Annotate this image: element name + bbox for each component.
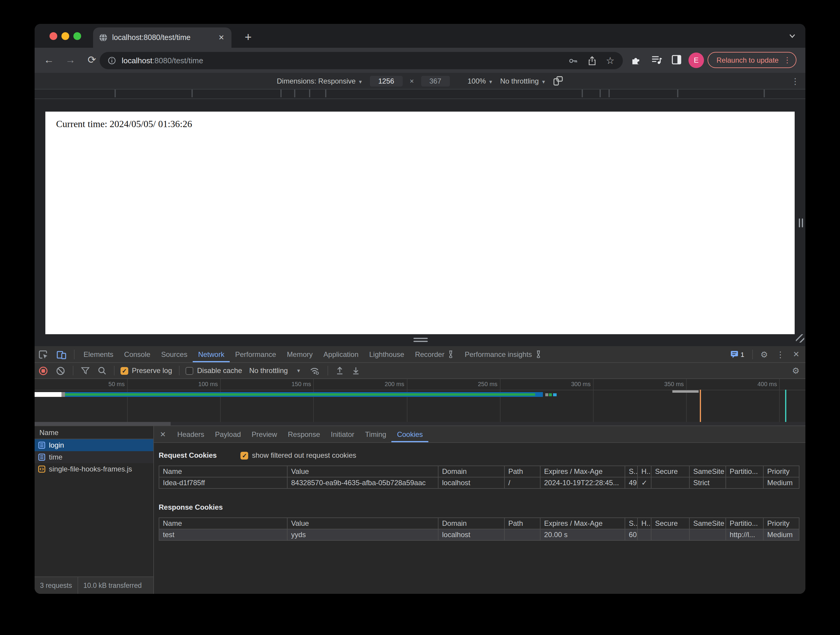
table-header-row: NameValueDomainPathExpires / Max-AgeS..H…	[159, 466, 799, 477]
waterfall-fragment	[549, 393, 552, 396]
zoom-dropdown[interactable]: 100%▼	[467, 77, 493, 85]
reload-button[interactable]: ⟳	[85, 54, 99, 67]
share-icon[interactable]	[587, 56, 596, 65]
rotate-viewport-icon[interactable]	[553, 76, 563, 86]
clear-network-log-icon[interactable]	[52, 363, 69, 378]
page-content-text: Current time: 2024/05/05/ 01:36:26	[56, 119, 192, 129]
ruler-tick	[600, 90, 600, 97]
browser-tab[interactable]: localhost:8080/test/time ✕	[93, 27, 232, 48]
issues-icon[interactable]: 1	[726, 346, 748, 362]
detail-tab-initiator[interactable]: Initiator	[325, 426, 360, 442]
side-panel-icon[interactable]	[672, 55, 681, 65]
dimensions-dropdown[interactable]: Dimensions: Responsive▼	[277, 77, 363, 85]
bookmark-star-icon[interactable]: ☆	[606, 56, 614, 65]
filter-icon[interactable]	[77, 363, 94, 378]
address-bar[interactable]: localhost:8080/test/time ☆	[99, 52, 623, 69]
detail-tab-response[interactable]: Response	[283, 426, 325, 442]
devtools-close-icon[interactable]: ✕	[789, 346, 805, 362]
tab-performance[interactable]: Performance	[230, 346, 281, 362]
search-icon[interactable]	[94, 363, 111, 378]
ruler-tick	[608, 90, 609, 97]
load-event-marker	[785, 390, 786, 423]
network-settings-icon[interactable]: ⚙	[788, 363, 805, 378]
tab-search-chevron-icon[interactable]	[789, 32, 796, 39]
request-row-time[interactable]: time	[35, 451, 153, 463]
height-drag-handle[interactable]	[414, 338, 428, 344]
site-info-icon[interactable]	[108, 57, 116, 65]
request-cookie-row: Idea-d1f785ff84328570-ea9b-4635-afba-05b…	[159, 477, 799, 488]
minimize-window-button[interactable]	[62, 32, 69, 40]
timeline-label: 250 ms	[478, 381, 497, 387]
close-window-button[interactable]	[49, 32, 57, 40]
overview-scrollbar[interactable]	[35, 422, 805, 425]
tab-network[interactable]: Network	[193, 346, 230, 362]
tab-recorder[interactable]: Recorder	[410, 346, 459, 362]
network-overview[interactable]: 50 ms100 ms150 ms200 ms250 ms300 ms350 m…	[35, 379, 805, 426]
password-key-icon[interactable]	[568, 56, 578, 65]
request-row-login[interactable]: login	[35, 439, 153, 451]
viewport-width-field[interactable]: 1256	[370, 76, 403, 86]
device-throttling-dropdown[interactable]: No throttling▼	[500, 77, 546, 85]
response-cookies-table: NameValueDomainPathExpires / Max-AgeS..H…	[159, 517, 799, 541]
show-filtered-cookies-checkbox[interactable]: ✓	[241, 452, 248, 459]
waterfall-segment-green	[65, 392, 535, 397]
forward-button[interactable]: →	[63, 54, 77, 67]
pending-request-bar	[673, 390, 699, 393]
corner-resize-handle[interactable]	[796, 334, 804, 343]
detail-tab-headers[interactable]: Headers	[172, 426, 210, 442]
devtools-menu-icon[interactable]: ⋮	[772, 346, 789, 362]
new-tab-button[interactable]: +	[240, 28, 257, 45]
detail-tab-bar: ✕ Headers Payload Preview Response Initi…	[154, 426, 805, 443]
timeline-label: 350 ms	[664, 381, 684, 387]
request-cookies-table: NameValueDomainPathExpires / Max-AgeS..H…	[159, 466, 799, 489]
toggle-device-toolbar-icon[interactable]	[52, 346, 70, 362]
tab-memory[interactable]: Memory	[282, 346, 318, 362]
network-conditions-icon[interactable]	[306, 363, 324, 378]
back-button[interactable]: ←	[42, 54, 56, 67]
preserve-log-checkbox[interactable]: ✓	[120, 367, 128, 374]
media-playlist-icon[interactable]	[652, 55, 662, 65]
detail-tab-timing[interactable]: Timing	[360, 426, 392, 442]
tab-lighthouse[interactable]: Lighthouse	[364, 346, 410, 362]
relaunch-to-update-button[interactable]: Relaunch to update ⋮	[707, 52, 796, 68]
tab-elements[interactable]: Elements	[78, 346, 119, 362]
inspect-element-icon[interactable]	[35, 346, 52, 362]
detail-tab-payload[interactable]: Payload	[210, 426, 246, 442]
extensions-puzzle-icon[interactable]	[631, 55, 641, 65]
timeline-label: 300 ms	[571, 381, 591, 387]
record-network-log-icon[interactable]	[35, 363, 52, 378]
detail-tab-cookies[interactable]: Cookies	[392, 426, 428, 442]
export-har-icon[interactable]	[348, 363, 364, 378]
detail-tab-preview[interactable]: Preview	[246, 426, 283, 442]
profile-avatar[interactable]: E	[688, 52, 704, 68]
tab-sources[interactable]: Sources	[156, 346, 193, 362]
disable-cache-checkbox[interactable]	[186, 367, 194, 374]
device-toolbar-menu-icon[interactable]: ⋮	[791, 76, 799, 86]
viewport-area: Current time: 2024/05/05/ 01:36:26	[35, 99, 805, 346]
domcontentloaded-marker	[700, 390, 701, 423]
tab-performance-insights[interactable]: Performance insights	[459, 346, 547, 362]
width-drag-handle[interactable]	[799, 218, 805, 230]
devtools-settings-icon[interactable]: ⚙	[756, 346, 772, 362]
maximize-window-button[interactable]	[73, 32, 81, 40]
overview-scrollbar-thumb[interactable]	[35, 422, 171, 425]
timeline-label: 50 ms	[109, 381, 125, 387]
viewport-height-field[interactable]: 367	[421, 76, 450, 86]
close-detail-icon[interactable]: ✕	[154, 426, 172, 442]
request-list-header[interactable]: Name	[35, 426, 153, 439]
devtools-panel: Elements Console Sources Network Perform…	[35, 346, 805, 594]
tab-console[interactable]: Console	[119, 346, 156, 362]
import-har-icon[interactable]	[332, 363, 348, 378]
tab-application[interactable]: Application	[318, 346, 364, 362]
table-header-row: NameValueDomainPathExpires / Max-AgeS..H…	[159, 518, 799, 529]
script-icon	[38, 466, 45, 473]
timeline-gridline	[407, 379, 407, 423]
browser-menu-icon[interactable]: ⋮	[783, 55, 791, 65]
timeline-gridline	[593, 379, 594, 423]
tab-close-icon[interactable]: ✕	[216, 33, 227, 42]
request-row-script[interactable]: single-file-hooks-frames.js	[35, 463, 153, 475]
network-throttling-dropdown[interactable]: No throttling▼	[249, 366, 301, 375]
flask-icon	[447, 350, 454, 358]
devtools-tab-bar: Elements Console Sources Network Perform…	[35, 346, 805, 363]
show-filtered-cookies-label: show filtered out request cookies	[252, 451, 357, 460]
